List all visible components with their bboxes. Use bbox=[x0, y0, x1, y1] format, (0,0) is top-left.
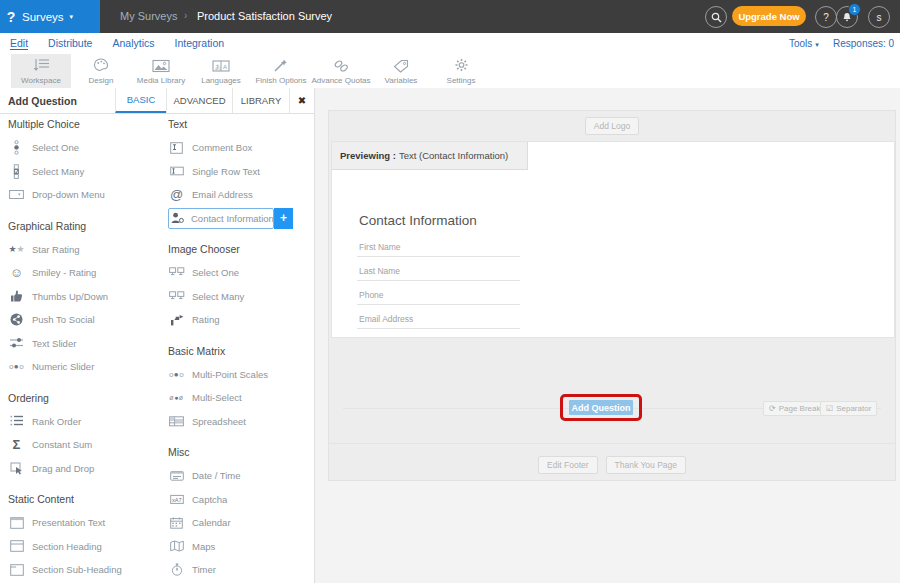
add-contact-information-button[interactable]: + bbox=[274, 208, 293, 229]
previewing-value: Text (Contact Information) bbox=[399, 150, 508, 161]
question-type-drag-and-drop[interactable]: Drag and Drop bbox=[8, 457, 158, 481]
chevron-down-icon: ▾ bbox=[815, 41, 819, 48]
tab-advanced[interactable]: ADVANCED bbox=[166, 88, 232, 113]
footer-actions: Edit Footer Thank You Page bbox=[329, 451, 895, 479]
tab-basic[interactable]: BASIC bbox=[115, 88, 166, 113]
toolbar-item-advance-quotas[interactable]: Advance Quotas bbox=[311, 54, 371, 88]
question-type-star-rating[interactable]: ★★ Star Rating bbox=[8, 238, 158, 262]
chain-icon bbox=[333, 57, 350, 74]
toolbar-item-workspace[interactable]: Workspace bbox=[11, 54, 71, 88]
question-type-constant-sum[interactable]: Σ Constant Sum bbox=[8, 433, 158, 457]
item-label: Push To Social bbox=[32, 314, 95, 325]
add-logo-button[interactable]: Add Logo bbox=[585, 117, 639, 135]
logo-band: Add Logo bbox=[329, 111, 895, 141]
survey-canvas: Add Logo Previewing : Text (Contact Info… bbox=[315, 88, 900, 583]
question-type-numeric-slider[interactable]: o●o Numeric Slider bbox=[8, 355, 158, 379]
field-phone[interactable]: Phone bbox=[357, 290, 520, 305]
translate-icon: あA bbox=[212, 57, 230, 74]
question-type-spreadsheet[interactable]: Spreadsheet bbox=[168, 410, 310, 434]
item-label: Comment Box bbox=[192, 142, 252, 153]
item-label: Drop-down Menu bbox=[32, 189, 105, 200]
question-type-multi-point-scales[interactable]: o●o Multi-Point Scales bbox=[168, 363, 310, 387]
question-type-drop-down-menu[interactable]: Drop-down Menu bbox=[8, 183, 158, 207]
question-type-select-one[interactable]: Select One bbox=[8, 136, 158, 160]
question-type-thumbs-up-down[interactable]: Thumbs Up/Down bbox=[8, 285, 158, 309]
toolbar-item-finish-options[interactable]: Finish Options bbox=[251, 54, 311, 88]
nav-item-analytics[interactable]: Analytics bbox=[112, 37, 154, 50]
item-label: Text Slider bbox=[32, 338, 76, 349]
close-icon[interactable]: ✖ bbox=[289, 88, 314, 113]
breadcrumb-my-surveys[interactable]: My Surveys bbox=[120, 10, 177, 22]
timer-icon bbox=[168, 562, 185, 578]
item-label: Drag and Drop bbox=[32, 463, 94, 474]
thank-you-page-button[interactable]: Thank You Page bbox=[606, 456, 686, 474]
contact-information-option[interactable]: Contact Information bbox=[168, 208, 274, 229]
toolbar-label: Languages bbox=[201, 76, 241, 85]
field-first-name[interactable]: First Name bbox=[357, 242, 520, 257]
footer-divider bbox=[329, 443, 895, 444]
toolbar-item-media-library[interactable]: Media Library bbox=[131, 54, 191, 88]
question-type-image-select-one[interactable]: Select One bbox=[168, 261, 310, 285]
avatar[interactable]: s bbox=[868, 6, 890, 28]
field-placeholder: Phone bbox=[357, 290, 520, 304]
question-type-section-sub-heading[interactable]: Section Sub-Heading bbox=[8, 558, 158, 582]
question-type-image-rating[interactable]: Rating bbox=[168, 308, 310, 332]
question-type-calendar[interactable]: Calendar bbox=[168, 511, 310, 535]
field-last-name[interactable]: Last Name bbox=[357, 266, 520, 281]
field-email-address[interactable]: Email Address bbox=[357, 314, 520, 329]
panel-tabs: BASIC ADVANCED LIBRARY ✖ bbox=[115, 88, 314, 113]
main-nav-row: Edit Distribute Analytics Integration To… bbox=[0, 33, 900, 54]
notifications-bell-icon[interactable]: 1 bbox=[836, 6, 858, 28]
question-type-multi-select[interactable]: ø●ø Multi-Select bbox=[168, 386, 310, 410]
question-type-comment-box[interactable]: Comment Box bbox=[168, 136, 310, 160]
item-label: Multi-Point Scales bbox=[192, 369, 268, 380]
add-question-panel: Add Question BASIC ADVANCED LIBRARY ✖ Mu… bbox=[0, 88, 315, 583]
panel-title: Add Question bbox=[8, 95, 77, 107]
app-logo-surveys-menu[interactable]: ? Surveys ▾ bbox=[0, 0, 100, 33]
main-nav: Edit Distribute Analytics Integration bbox=[10, 37, 244, 50]
upgrade-now-button[interactable]: Upgrade Now bbox=[732, 6, 806, 26]
workspace-icon bbox=[33, 57, 50, 74]
item-label: Single Row Text bbox=[192, 166, 260, 177]
nav-item-distribute[interactable]: Distribute bbox=[48, 37, 92, 50]
add-question-button[interactable]: Add Question bbox=[569, 400, 633, 415]
question-type-rank-order[interactable]: Rank Order bbox=[8, 410, 158, 434]
edit-footer-button[interactable]: Edit Footer bbox=[538, 456, 598, 474]
question-type-smiley-rating[interactable]: ☺ Smiley - Rating bbox=[8, 261, 158, 285]
question-type-date-time[interactable]: Date / Time bbox=[168, 464, 310, 488]
question-type-text-slider[interactable]: Text Slider bbox=[8, 332, 158, 356]
question-type-image-select-many[interactable]: Select Many bbox=[168, 285, 310, 309]
questionpro-logo-icon: ? bbox=[0, 9, 22, 25]
question-type-email-address[interactable]: @ Email Address bbox=[168, 183, 310, 207]
question-type-captcha[interactable]: xA7 Captcha bbox=[168, 488, 310, 512]
tools-menu[interactable]: Tools▾ bbox=[789, 38, 819, 49]
item-label: Timer bbox=[192, 564, 216, 575]
question-type-contact-information[interactable]: Contact Information + bbox=[168, 207, 310, 231]
question-type-maps[interactable]: Maps bbox=[168, 535, 310, 559]
spreadsheet-icon bbox=[168, 413, 185, 429]
toolbar-item-settings[interactable]: Settings bbox=[431, 54, 491, 88]
nav-item-integration[interactable]: Integration bbox=[174, 37, 224, 50]
section-heading-icon bbox=[8, 538, 25, 554]
separator-button[interactable]: ☑ Separator bbox=[820, 401, 877, 416]
item-label: Select Many bbox=[32, 166, 84, 177]
question-type-single-row-text[interactable]: Single Row Text bbox=[168, 160, 310, 184]
group-text: Text Comment Box Single Row Text @ Email… bbox=[168, 118, 310, 230]
tab-library[interactable]: LIBRARY bbox=[232, 88, 289, 113]
toolbar-item-languages[interactable]: あA Languages bbox=[191, 54, 251, 88]
toolbar-label: Workspace bbox=[21, 76, 61, 85]
question-type-section-heading[interactable]: Section Heading bbox=[8, 535, 158, 559]
question-type-push-to-social[interactable]: Push To Social bbox=[8, 308, 158, 332]
smiley-icon: ☺ bbox=[8, 265, 25, 281]
page-break-button[interactable]: ⟳ Page Break bbox=[763, 401, 827, 416]
search-icon[interactable] bbox=[705, 6, 727, 28]
item-label: Rating bbox=[192, 314, 219, 325]
toolbar-item-design[interactable]: Design bbox=[71, 54, 131, 88]
group-title: Multiple Choice bbox=[8, 118, 158, 136]
question-type-presentation-text[interactable]: Presentation Text bbox=[8, 511, 158, 535]
help-icon[interactable]: ? bbox=[815, 6, 837, 28]
question-type-select-many[interactable]: Select Many bbox=[8, 160, 158, 184]
nav-item-edit[interactable]: Edit bbox=[10, 37, 28, 50]
toolbar-item-variables[interactable]: Variables bbox=[371, 54, 431, 88]
question-type-timer[interactable]: Timer bbox=[168, 558, 310, 582]
